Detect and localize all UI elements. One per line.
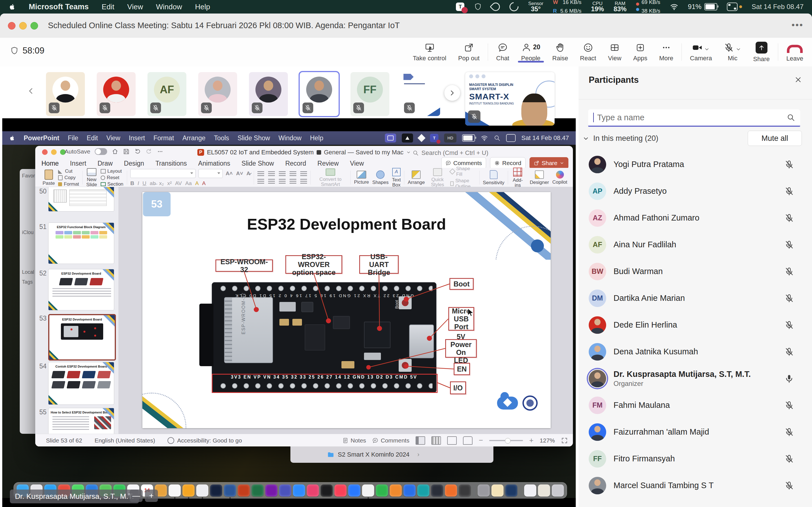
dock-app-icon[interactable]	[417, 485, 429, 497]
dock-app-icon[interactable]	[403, 485, 416, 497]
filmstrip-next-button[interactable]	[444, 85, 460, 101]
comments-button[interactable]: Comments	[372, 437, 409, 444]
participant-row[interactable]: BW Budi Warman	[578, 258, 812, 285]
video-tile[interactable]	[97, 72, 136, 116]
tab-transitions[interactable]: Transitions	[155, 160, 188, 167]
share-zoom-in-button[interactable]: +	[145, 490, 158, 502]
close-window-button[interactable]	[8, 22, 15, 30]
battery-status[interactable]: 91%	[688, 3, 717, 11]
react-button[interactable]: React	[574, 43, 602, 62]
fit-slide-icon[interactable]	[561, 437, 568, 444]
sync-icon[interactable]	[508, 0, 520, 13]
video-tile[interactable]	[198, 72, 237, 116]
participant-row[interactable]: AP Addy Prasetyo	[578, 178, 812, 205]
tab-record[interactable]: Record	[285, 160, 307, 167]
mic-on-icon[interactable]	[784, 374, 794, 383]
mic-off-icon[interactable]	[784, 427, 794, 437]
dock-app-icon[interactable]	[492, 485, 504, 497]
copilot-button[interactable]: Copilot	[552, 171, 567, 185]
mic-off-icon[interactable]	[784, 320, 794, 330]
font-size-select[interactable]	[199, 169, 223, 178]
dock-app-icon[interactable]	[210, 485, 222, 497]
participants-search[interactable]	[588, 109, 800, 127]
dock-app-icon[interactable]	[307, 485, 319, 497]
sensitivity-button[interactable]: Sensitivity	[483, 170, 505, 185]
camera-button[interactable]: Camera	[684, 43, 718, 62]
new-slide-button[interactable]: New Slide	[86, 168, 97, 187]
menu-help[interactable]: Help	[195, 3, 210, 11]
share-zoom-out-button[interactable]: —	[130, 490, 143, 502]
text-box-button[interactable]: AText Box	[392, 168, 401, 187]
mic-off-icon[interactable]	[784, 240, 794, 249]
pop-out-button[interactable]: Pop out	[452, 43, 486, 62]
dock-app-icon[interactable]	[445, 485, 457, 497]
raise-hand-button[interactable]: Raise	[546, 43, 574, 62]
participant-row[interactable]: AZ Ahmad Fathoni Zumaro	[578, 205, 812, 231]
video-tile[interactable]	[46, 72, 85, 116]
dock-app-icon[interactable]	[293, 485, 305, 497]
format-painter-button[interactable]: Format	[58, 181, 79, 187]
close-panel-icon[interactable]	[794, 75, 802, 84]
menubar-clock[interactable]: Sat 14 Feb 08.47	[752, 3, 804, 11]
minimize-window-button[interactable]	[19, 22, 27, 30]
slide-thumbnail-50[interactable]	[48, 187, 114, 212]
addins-button[interactable]: Add-ins	[511, 168, 524, 188]
tab-design[interactable]: Design	[123, 160, 145, 167]
titlebar-more-icon[interactable]: •••	[792, 20, 804, 30]
participant-row[interactable]	[578, 499, 812, 507]
dock-app-icon[interactable]	[252, 485, 264, 497]
arrange-button[interactable]: Arrange	[408, 170, 424, 185]
font-format-buttons[interactable]: BIUab̶x₂x²AVAaAA	[130, 180, 206, 186]
participant-row[interactable]: DM Dartika Anie Marian	[578, 285, 812, 312]
tab-draw[interactable]: Draw	[97, 160, 113, 167]
ppt-share-button[interactable]: Share	[529, 157, 568, 169]
slideshow-view-button[interactable]	[463, 436, 472, 445]
slide-sorter-view-button[interactable]	[432, 436, 441, 445]
dock-app-icon[interactable]	[524, 485, 536, 497]
ram-status[interactable]: RAM83%	[613, 1, 626, 13]
slide-thumbnail-53-selected[interactable]: ESP32 Development Board	[48, 314, 116, 360]
tab-insert[interactable]: Insert	[69, 160, 87, 167]
ppt-search[interactable]: Search (Cmd + Ctrl + U)	[412, 149, 488, 157]
mic-off-icon[interactable]	[784, 160, 794, 169]
wifi-icon[interactable]	[670, 3, 678, 11]
slide-thumbnail-54[interactable]: Contoh ESP32 Development Board	[48, 362, 114, 405]
slide-thumbnail-51[interactable]: ESP32 Functional Block Diagram	[48, 223, 114, 264]
quick-styles-button[interactable]: Quick Styles	[428, 168, 447, 187]
zoom-slider[interactable]	[489, 440, 523, 441]
teams-status-icon[interactable]: T	[456, 3, 464, 11]
dock-app-icon[interactable]	[362, 485, 374, 497]
participant-row[interactable]: FF Fitro Firmansyah	[578, 445, 812, 472]
dock-app-icon[interactable]	[376, 485, 388, 497]
dock-app-icon[interactable]	[390, 485, 402, 497]
shape-fill-button[interactable]: Shape Fill	[450, 166, 476, 177]
chevron-down-icon[interactable]	[406, 150, 411, 155]
normal-view-button[interactable]	[416, 436, 425, 445]
language-status[interactable]: English (United States)	[94, 437, 155, 444]
tab-slideshow[interactable]: Slide Show	[241, 160, 274, 167]
section-button[interactable]: Section	[101, 181, 123, 187]
paste-button[interactable]: Paste	[43, 170, 55, 186]
video-tile[interactable]	[249, 72, 288, 116]
slide-thumbnail-55[interactable]: How to Select ESP32 Development Board	[48, 408, 114, 434]
dock-app-icon[interactable]	[238, 485, 250, 497]
mic-chevron-icon[interactable]	[735, 47, 741, 52]
reading-view-button[interactable]	[447, 436, 457, 445]
mic-off-icon[interactable]	[784, 481, 794, 490]
view-button[interactable]: View	[602, 43, 627, 62]
drop-menu-icon[interactable]	[490, 1, 502, 13]
leave-button[interactable]: Leave	[780, 42, 809, 62]
dock-app-icon[interactable]	[477, 485, 490, 497]
layout-button[interactable]: Layout	[101, 168, 123, 174]
people-button[interactable]: 20 People	[515, 43, 546, 62]
network-status[interactable]: 69 KB/s38 KB/s	[636, 0, 660, 14]
dock-app-icon[interactable]	[335, 485, 347, 497]
document-badge[interactable]: General — Saved to my Mac	[324, 149, 403, 156]
participant-row[interactable]: Marcel Suandi Tambing S T	[578, 472, 812, 499]
dock-app-icon[interactable]	[552, 485, 564, 497]
cut-button[interactable]: Cut	[58, 168, 79, 174]
video-tile[interactable]	[300, 72, 339, 116]
dock-app-icon[interactable]	[265, 485, 277, 497]
tab-animations[interactable]: Animations	[198, 160, 231, 167]
dock-app-icon[interactable]	[505, 485, 517, 497]
